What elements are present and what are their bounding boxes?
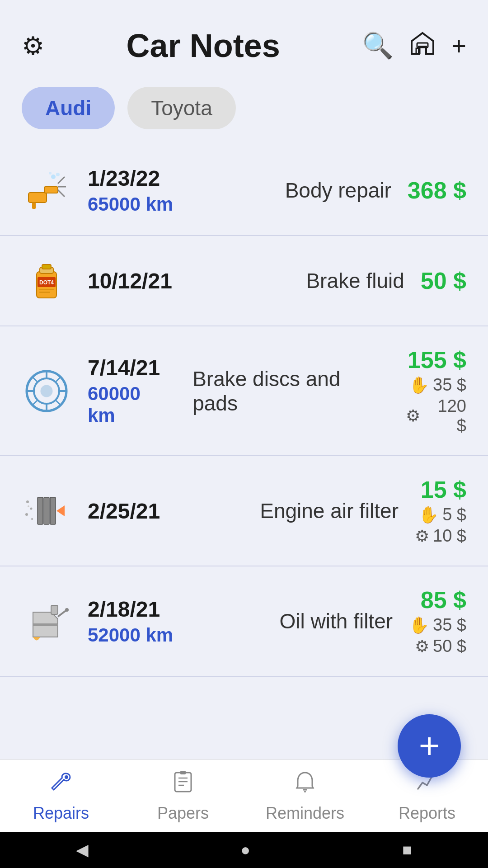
add-header-icon[interactable]: + [451,31,466,61]
cost-labor: ✋ 5 $ [418,505,466,524]
svg-point-11 [49,172,52,175]
labor-icon: ✋ [409,616,429,635]
android-nav-bar: ◀ ● ■ [0,832,488,868]
back-button[interactable]: ◀ [76,840,89,859]
cost-parts: ⚙ 50 $ [415,637,466,656]
repair-km: 65000 km [88,193,253,215]
svg-rect-17 [39,289,54,290]
svg-line-27 [56,401,61,406]
search-icon[interactable]: 🔍 [362,31,394,61]
header-icons-right: 🔍 + [362,30,466,61]
svg-line-29 [32,401,37,406]
repair-cost: 368 $ [408,177,466,204]
repair-name: Body repair [285,178,391,203]
cost-total: 50 $ [421,267,466,294]
repair-icon-air-filter [22,486,71,536]
repair-list: 1/23/22 65000 km Body repair 368 $ DOT4 … [0,146,488,767]
svg-rect-40 [51,605,58,614]
cost-total: 155 $ [408,346,466,373]
svg-rect-14 [42,264,51,269]
repair-info: 2/18/21 52000 km [88,597,247,646]
svg-point-9 [51,175,56,179]
repair-km: 52000 km [88,624,247,646]
repair-cost: 155 $ ✋ 35 $ ⚙ 120 $ [406,346,466,435]
garage-icon[interactable] [410,30,435,61]
nav-item-papers[interactable]: Papers [122,760,244,832]
repair-date: 2/18/21 [88,597,247,622]
papers-icon [171,769,195,799]
repair-item[interactable]: 7/14/21 60000 km Brake discs and pads 15… [0,326,488,456]
repair-info: 10/12/21 [88,269,273,293]
repair-date: 1/23/22 [88,166,253,191]
svg-point-44 [65,775,68,779]
svg-rect-4 [44,187,58,193]
svg-line-8 [58,190,65,197]
nav-item-repairs[interactable]: Repairs [0,760,122,832]
parts-icon: ⚙ [415,527,429,546]
repair-info: 1/23/22 65000 km [88,166,253,215]
svg-point-33 [26,500,29,503]
svg-point-10 [56,173,60,176]
repair-name: Engine air filter [260,499,399,523]
car-tab-toyota[interactable]: Toyota [127,87,236,129]
cost-parts: ⚙ 120 $ [406,396,466,435]
svg-rect-5 [32,203,36,209]
repair-cost: 15 $ ✋ 5 $ ⚙ 10 $ [415,476,466,546]
svg-point-43 [65,608,69,612]
cost-total: 15 $ [421,476,466,503]
repair-date: 10/12/21 [88,269,273,293]
repair-name: Oil with filter [280,609,393,633]
repair-date: 2/25/21 [88,499,227,524]
repair-item[interactable]: 1/23/22 65000 km Body repair 368 $ [0,146,488,236]
repair-date: 7/14/21 [88,355,160,380]
repair-item[interactable]: 2/18/21 52000 km Oil with filter 85 $ ✋ … [0,566,488,677]
svg-point-37 [28,505,29,507]
svg-point-21 [41,386,52,396]
repair-icon-brake-disc [22,366,71,416]
parts-icon: ⚙ [406,406,420,425]
nav-item-reminders[interactable]: Reminders [244,760,366,832]
repair-item[interactable]: 2/25/21 Engine air filter 15 $ ✋ 5 $ ⚙ 1… [0,456,488,566]
cost-labor: ✋ 35 $ [409,375,466,395]
svg-line-26 [32,377,37,382]
repair-cost: 50 $ [421,267,466,294]
svg-point-2 [425,49,427,51]
svg-line-28 [56,377,61,382]
parts-icon: ⚙ [415,637,429,656]
cost-parts: ⚙ 10 $ [415,526,466,546]
svg-rect-49 [180,771,186,774]
cost-total: 368 $ [408,177,466,204]
reminders-icon [293,769,317,799]
svg-rect-30 [38,497,43,524]
svg-point-1 [418,49,420,51]
svg-rect-41 [33,623,58,626]
repair-name: Brake discs and pads [192,367,389,415]
papers-label: Papers [157,804,209,823]
app-title: Car Notes [44,27,362,64]
home-button[interactable]: ● [240,840,250,859]
repairs-icon [49,769,73,799]
svg-marker-38 [56,505,65,516]
labor-icon: ✋ [409,376,429,395]
labor-icon: ✋ [418,505,439,524]
svg-point-36 [31,518,33,520]
repair-cost: 85 $ ✋ 35 $ ⚙ 50 $ [409,586,466,656]
repairs-label: Repairs [33,804,89,823]
add-repair-fab[interactable]: + [398,714,461,778]
reminders-label: Reminders [266,804,344,823]
svg-rect-18 [39,292,50,293]
repair-info: 2/25/21 [88,499,227,524]
repair-info: 7/14/21 60000 km [88,355,160,426]
cost-labor: ✋ 35 $ [409,615,466,635]
repair-icon-body-repair [22,165,71,215]
svg-rect-3 [28,193,47,203]
car-tab-audi[interactable]: Audi [22,87,115,129]
repair-name: Brake fluid [306,269,404,293]
repair-item[interactable]: DOT4 10/12/21 Brake fluid 50 $ [0,236,488,326]
settings-icon[interactable]: ⚙ [22,31,44,61]
reports-label: Reports [399,804,455,823]
repair-icon-brake-fluid: DOT4 [22,256,71,306]
svg-point-51 [304,791,306,793]
recent-button[interactable]: ■ [402,840,412,859]
cost-total: 85 $ [421,586,466,613]
